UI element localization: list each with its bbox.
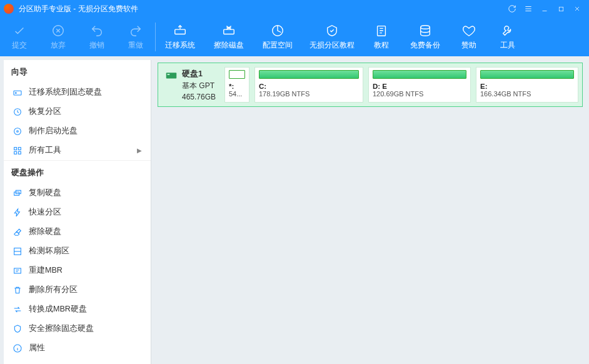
donate-label: 赞助	[461, 40, 476, 51]
sidebar-item-label: 擦除硬盘	[29, 226, 142, 237]
svg-rect-22	[168, 74, 170, 75]
partition-bar	[259, 70, 359, 79]
discard-button: 放弃	[39, 18, 78, 56]
tools-label: 工具	[500, 40, 515, 51]
commit-label: 提交	[12, 40, 27, 51]
sidebar-item-secure-erase-ssd[interactable]: 安全擦除固态硬盘	[4, 319, 151, 338]
sidebar-item-migrate-ssd[interactable]: 迁移系统到固态硬盘	[4, 83, 151, 102]
sidebar-section-wizard: 向导	[4, 60, 151, 83]
partition-box[interactable]: *: 54...	[224, 67, 249, 103]
redo-button: 重做	[116, 18, 155, 56]
sidebar-item-properties[interactable]: 属性	[4, 338, 151, 358]
sidebar: 向导 迁移系统到固态硬盘 恢复分区 制作启动光盘 所有工具 ▶ 硬盘操作 复制硬…	[4, 60, 151, 364]
sidebar-item-label: 恢复分区	[29, 106, 142, 117]
window-title: 分区助手专业版 - 无损分区免费软件	[19, 4, 138, 14]
sidebar-item-wipe-disk[interactable]: 擦除硬盘	[4, 222, 151, 241]
trash-icon	[13, 285, 23, 295]
sidebar-item-label: 快速分区	[29, 207, 142, 218]
sidebar-item-label: 制作启动光盘	[29, 126, 142, 136]
partition-label: C:	[259, 83, 359, 90]
scan-icon	[13, 246, 23, 256]
sidebar-item-recover-partition[interactable]: 恢复分区	[4, 102, 151, 121]
redo-label: 重做	[128, 40, 143, 51]
titlebar: 分区助手专业版 - 无损分区免费软件	[0, 0, 589, 18]
svg-rect-19	[14, 268, 21, 273]
svg-rect-21	[166, 73, 177, 78]
discard-label: 放弃	[51, 40, 66, 51]
chevron-right-icon: ▶	[137, 147, 142, 154]
sidebar-item-label: 删除所有分区	[29, 285, 142, 295]
partition-box[interactable]: E: 166.34GB NTFS	[476, 67, 578, 103]
sidebar-item-label: 复制硬盘	[29, 188, 142, 198]
sidebar-item-label: 迁移系统到固态硬盘	[29, 87, 142, 98]
sidebar-item-label: 属性	[29, 343, 142, 353]
disk-type: 基本 GPT	[182, 80, 216, 91]
sidebar-item-label: 重建MBR	[29, 265, 142, 276]
sidebar-item-convert-mbr[interactable]: 转换成MBR硬盘	[4, 300, 151, 319]
partition-box[interactable]: C: 178.19GB NTFS	[254, 67, 363, 103]
convert-icon	[13, 305, 23, 315]
sidebar-item-bad-sectors[interactable]: 检测坏扇区	[4, 241, 151, 261]
info-icon	[13, 343, 23, 353]
lossless-guide-label: 无损分区教程	[310, 40, 355, 51]
disk-name: 硬盘1	[182, 68, 216, 80]
sidebar-item-label: 安全擦除固态硬盘	[29, 323, 142, 334]
alloc-space-label: 配置空间	[263, 40, 293, 51]
mbr-icon	[13, 266, 23, 276]
svg-rect-14	[14, 151, 17, 154]
svg-rect-13	[18, 147, 21, 149]
donate-button[interactable]: 赞助	[450, 18, 488, 56]
partition-sub: 166.34GB NTFS	[480, 90, 574, 98]
recover-icon	[13, 107, 23, 117]
menu-icon[interactable]	[520, 0, 536, 18]
copy-disk-icon	[13, 188, 23, 198]
sidebar-item-copy-disk[interactable]: 复制硬盘	[4, 183, 151, 203]
disk-size: 465.76GB	[182, 91, 216, 103]
sidebar-item-label: 检测坏扇区	[29, 246, 142, 256]
sidebar-item-label: 所有工具	[29, 145, 131, 156]
partition-bar	[373, 70, 466, 79]
partition-sub: 54...	[229, 90, 245, 98]
lossless-guide-button[interactable]: 无损分区教程	[302, 18, 362, 56]
svg-rect-15	[18, 151, 21, 154]
wipe-disk-button[interactable]: 擦除磁盘	[204, 18, 253, 56]
svg-rect-3	[224, 29, 234, 34]
tutorial-button[interactable]: 教程	[362, 18, 401, 56]
disk-card[interactable]: 硬盘1 基本 GPT 465.76GB *: 54... C: 178.19GB…	[158, 63, 583, 107]
svg-rect-7	[14, 91, 21, 95]
minimize-button[interactable]	[536, 0, 553, 18]
partition-box[interactable]: D: E 120.69GB NTFS	[368, 67, 471, 103]
app-logo-icon	[4, 4, 14, 14]
svg-rect-2	[175, 29, 186, 34]
sidebar-item-rebuild-mbr[interactable]: 重建MBR	[4, 261, 151, 280]
sidebar-item-label: 转换成MBR硬盘	[29, 304, 142, 315]
sidebar-item-quick-partition[interactable]: 快速分区	[4, 203, 151, 222]
main-area: 硬盘1 基本 GPT 465.76GB *: 54... C: 178.19GB…	[151, 56, 589, 364]
close-button[interactable]	[569, 0, 585, 18]
shield-erase-icon	[13, 324, 23, 334]
partition-label: *:	[229, 83, 245, 90]
svg-point-6	[421, 25, 430, 29]
disc-icon	[13, 126, 23, 136]
toolbar: 提交 放弃 撤销 重做 迁移系统 擦除磁盘 配置空间 无损分	[0, 18, 589, 56]
disk-icon	[164, 68, 178, 84]
wipe-disk-label: 擦除磁盘	[214, 40, 244, 51]
sidebar-item-boot-disc[interactable]: 制作启动光盘	[4, 121, 151, 141]
svg-rect-12	[14, 147, 17, 149]
free-backup-button[interactable]: 免费备份	[401, 18, 450, 56]
svg-point-10	[14, 128, 21, 134]
sidebar-item-delete-all[interactable]: 删除所有分区	[4, 280, 151, 300]
tools-button[interactable]: 工具	[488, 18, 527, 56]
free-backup-label: 免费备份	[410, 40, 440, 51]
maximize-button[interactable]	[553, 0, 569, 18]
tutorial-label: 教程	[374, 40, 389, 51]
svg-rect-0	[559, 7, 563, 11]
commit-button: 提交	[0, 18, 39, 56]
alloc-space-button[interactable]: 配置空间	[253, 18, 302, 56]
migrate-os-label: 迁移系统	[165, 40, 195, 51]
refresh-icon[interactable]	[504, 0, 520, 18]
svg-point-8	[16, 92, 17, 93]
migrate-os-button[interactable]: 迁移系统	[156, 18, 204, 56]
sidebar-section-disk-ops: 硬盘操作	[4, 161, 151, 183]
sidebar-item-all-tools[interactable]: 所有工具 ▶	[4, 141, 151, 160]
